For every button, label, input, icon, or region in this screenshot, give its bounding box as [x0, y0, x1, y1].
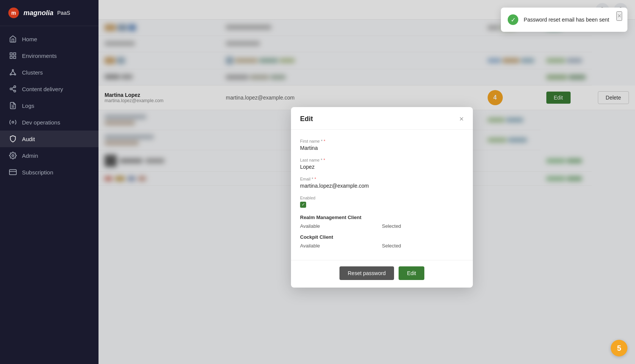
modal-close-button[interactable]: × [459, 115, 464, 123]
first-name-field: First name * Martina [300, 139, 464, 151]
first-name-label: First name * [300, 139, 464, 143]
sidebar-item-label: Home [22, 36, 37, 42]
svg-point-14 [14, 90, 16, 92]
svg-rect-4 [14, 56, 16, 59]
svg-point-12 [14, 86, 16, 88]
environments-icon [9, 52, 17, 59]
home-icon [9, 35, 17, 43]
cockpit-role-row: Available Selected [300, 243, 464, 249]
sidebar-item-label: Content delivery [22, 86, 63, 92]
magnolia-logo: m [8, 7, 20, 19]
clusters-icon [9, 68, 17, 76]
last-name-label: Last name * [300, 158, 464, 162]
svg-rect-3 [14, 53, 16, 55]
sidebar-item-subscription[interactable]: Subscription [0, 164, 99, 180]
cockpit-client-section: Cockpit Client Available Selected [300, 234, 464, 249]
logs-icon [9, 102, 17, 109]
checkbox-checkmark: ✓ [300, 202, 306, 208]
audit-icon [9, 135, 17, 143]
step-badge-5: 5 [611, 340, 627, 356]
svg-rect-5 [10, 56, 13, 59]
sidebar-item-home[interactable]: Home [0, 31, 99, 47]
cockpit-available-label: Available [300, 243, 382, 249]
sidebar-logo: m magnolia PaaS [0, 0, 99, 26]
sidebar-item-label: Clusters [22, 69, 43, 76]
sidebar-item-clusters[interactable]: Clusters [0, 64, 99, 81]
svg-point-20 [12, 155, 14, 157]
svg-line-16 [12, 87, 14, 88]
svg-point-19 [12, 121, 14, 123]
svg-line-15 [12, 89, 14, 90]
sidebar-navigation: Home Environments Clusters Content deliv… [0, 26, 99, 364]
sidebar-item-admin[interactable]: Admin [0, 147, 99, 164]
sidebar-item-label: Audit [22, 136, 35, 142]
realm-selected-label: Selected [382, 223, 464, 229]
modal-body: First name * Martina Last name * Lopez E… [291, 130, 473, 260]
sidebar-item-label: Admin [22, 152, 38, 159]
svg-point-7 [10, 74, 11, 75]
cockpit-client-title: Cockpit Client [300, 234, 464, 240]
enabled-label: Enabled [300, 196, 464, 200]
toast-close-button[interactable]: × [616, 11, 622, 21]
realm-management-title: Realm Management Client [300, 215, 464, 220]
main-content: Martina Lopez martina.lopez@example.com … [99, 0, 635, 364]
sidebar-item-label: Subscription [22, 169, 53, 176]
svg-point-6 [12, 70, 13, 71]
email-value: martina.lopez@example.com [300, 183, 464, 189]
edit-save-button[interactable]: Edit [399, 266, 424, 280]
realm-role-row: Available Selected [300, 223, 464, 229]
svg-rect-21 [9, 170, 16, 174]
realm-management-section: Realm Management Client Available Select… [300, 215, 464, 229]
toast-check-icon: ✓ [508, 14, 518, 25]
svg-line-9 [11, 71, 13, 74]
sidebar-item-dev-operations[interactable]: Dev operations [0, 114, 99, 131]
enabled-checkbox[interactable]: ✓ [300, 202, 464, 208]
svg-line-10 [13, 71, 15, 74]
svg-text:m: m [11, 10, 16, 16]
enabled-field: Enabled ✓ [300, 196, 464, 208]
modal-header: Edit × [291, 107, 473, 130]
modal-title: Edit [300, 115, 313, 123]
sidebar-item-logs[interactable]: Logs [0, 97, 99, 114]
logo-text: magnolia [23, 9, 53, 17]
edit-modal: Edit × First name * Martina Last name * … [291, 107, 473, 288]
sidebar-item-audit[interactable]: Audit [0, 131, 99, 147]
email-label: Email * [300, 177, 464, 181]
sidebar-item-label: Environments [22, 53, 57, 59]
reset-password-button[interactable]: Reset password [339, 266, 394, 280]
last-name-value: Lopez [300, 164, 464, 170]
modal-footer: Reset password Edit [291, 260, 473, 288]
email-field: Email * martina.lopez@example.com [300, 177, 464, 189]
toast-notification: ✓ Password reset email has been sent × [501, 8, 627, 32]
svg-rect-2 [10, 53, 13, 55]
realm-available-label: Available [300, 223, 382, 229]
svg-point-13 [10, 88, 12, 90]
sidebar: m magnolia PaaS Home Environments Cluste… [0, 0, 99, 364]
sidebar-item-label: Logs [22, 103, 34, 109]
modal-overlay[interactable]: Edit × First name * Martina Last name * … [99, 0, 635, 364]
sidebar-item-label: Dev operations [22, 119, 60, 126]
svg-point-8 [14, 74, 16, 75]
admin-icon [9, 152, 17, 159]
logo-sub: PaaS [57, 10, 70, 16]
last-name-field: Last name * Lopez [300, 158, 464, 170]
sidebar-item-content-delivery[interactable]: Content delivery [0, 81, 99, 97]
subscription-icon [9, 168, 17, 176]
toast-message: Password reset email has been sent [524, 17, 609, 23]
first-name-value: Martina [300, 145, 464, 151]
dev-operations-icon [9, 118, 17, 126]
content-delivery-icon [9, 85, 17, 93]
cockpit-selected-label: Selected [382, 243, 464, 249]
sidebar-item-environments[interactable]: Environments [0, 47, 99, 64]
